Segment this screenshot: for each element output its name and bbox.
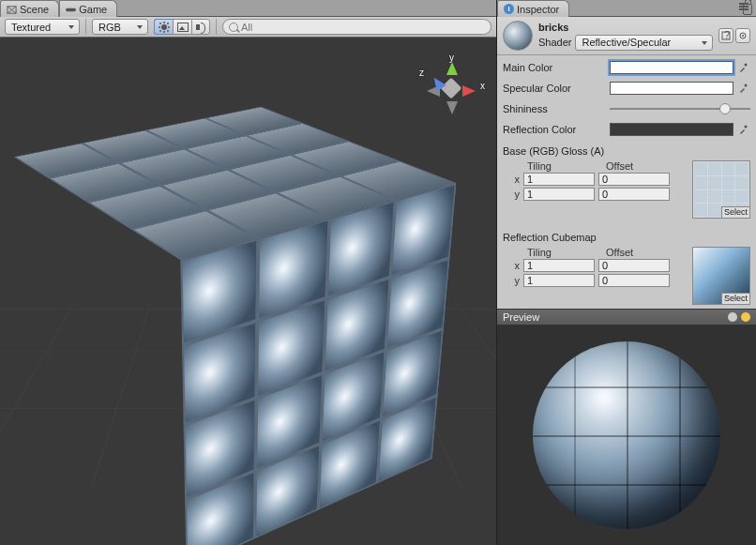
cubemap-texture-slot[interactable]: Select xyxy=(692,247,750,305)
axis-x-label: x xyxy=(510,174,520,185)
lighting-toggle[interactable] xyxy=(154,19,173,35)
material-name: bricks xyxy=(538,22,713,33)
inspector-tab-bar: i Inspector xyxy=(497,0,756,17)
sun-icon xyxy=(159,22,170,33)
svg-point-8 xyxy=(745,84,748,87)
shader-label: Shader xyxy=(538,37,571,48)
cubemap-label: Reflection Cubemap xyxy=(503,232,750,243)
orientation-gizmo[interactable]: y x z xyxy=(423,60,479,116)
base-texture-label: Base (RGB) Gloss (A) xyxy=(503,145,750,157)
shader-dropdown[interactable]: Reflective/Specular xyxy=(575,35,713,51)
color-mode-dropdown[interactable]: RGB xyxy=(92,19,148,35)
main-color-label: Main Color xyxy=(503,62,606,73)
scene-tab-bar: Scene Game xyxy=(0,0,496,17)
eyedropper-icon[interactable] xyxy=(737,123,750,136)
tab-scene[interactable]: Scene xyxy=(0,0,59,17)
search-icon xyxy=(229,23,238,32)
cubemap-offset-y[interactable]: 0 xyxy=(598,274,670,287)
gizmo-y-label: y xyxy=(449,53,454,63)
gizmo-x-label: x xyxy=(480,81,485,91)
reflection-color-label: Reflection Color xyxy=(503,124,606,135)
specular-color-label: Specular Color xyxy=(503,83,606,94)
shader-value: Reflective/Specular xyxy=(582,37,671,48)
preview-label: Preview xyxy=(503,311,539,323)
render-mode-dropdown[interactable]: Textured xyxy=(5,19,80,35)
gizmo-z-label: z xyxy=(419,68,424,78)
tab-scene-label: Scene xyxy=(20,4,49,15)
material-preview-icon xyxy=(503,21,533,51)
cubemap-texture-select[interactable]: Select xyxy=(721,293,750,305)
cube-object[interactable] xyxy=(78,161,378,462)
material-preview[interactable] xyxy=(497,325,756,545)
scene-search[interactable]: All xyxy=(222,19,491,35)
base-tiling-y[interactable]: 1 xyxy=(523,188,595,201)
svg-point-6 xyxy=(742,35,744,37)
inspector-icon: i xyxy=(504,4,514,14)
scene-toggle-group xyxy=(154,19,210,35)
shininess-label: Shininess xyxy=(503,103,606,114)
gizmo-y-axis[interactable] xyxy=(446,62,458,75)
picture-icon xyxy=(177,23,189,32)
specular-color-field[interactable] xyxy=(610,82,733,95)
scene-toolbar: Textured RGB All xyxy=(0,17,496,38)
base-offset-x[interactable]: 0 xyxy=(598,173,670,186)
color-mode-value: RGB xyxy=(98,22,121,33)
preview-header[interactable]: Preview xyxy=(497,309,756,325)
svg-text:?: ? xyxy=(724,31,730,40)
help-button[interactable]: ? xyxy=(718,28,733,43)
material-header: bricks Shader Reflective/Specular ? xyxy=(497,17,756,55)
tab-game[interactable]: Game xyxy=(59,0,117,17)
base-texture-select[interactable]: Select xyxy=(721,206,750,219)
base-tiling-x[interactable]: 1 xyxy=(523,173,595,186)
preview-sphere xyxy=(533,341,720,529)
tiling-header: Tiling xyxy=(527,247,598,258)
search-placeholder: All xyxy=(241,22,252,33)
sound-icon xyxy=(196,23,205,32)
main-color-field[interactable] xyxy=(610,61,733,74)
cubemap-tiling-y[interactable]: 1 xyxy=(523,274,595,287)
base-offset-y[interactable]: 0 xyxy=(598,188,670,201)
scene-viewport[interactable]: y x z xyxy=(0,38,496,545)
axis-x-label: x xyxy=(510,260,520,271)
eyedropper-icon[interactable] xyxy=(737,82,750,95)
axis-y-label: y xyxy=(510,189,520,200)
game-icon xyxy=(66,5,76,15)
divider xyxy=(216,19,217,35)
render-mode-value: Textured xyxy=(11,22,51,33)
reflection-color-field[interactable] xyxy=(610,123,733,136)
eyedropper-icon[interactable] xyxy=(737,61,750,74)
svg-point-7 xyxy=(745,64,748,67)
divider xyxy=(85,19,86,35)
cubemap-tiling-x[interactable]: 1 xyxy=(523,259,595,272)
component-settings-button[interactable] xyxy=(735,28,750,43)
skybox-toggle[interactable] xyxy=(173,19,191,35)
svg-point-9 xyxy=(745,126,748,129)
cubemap-offset-x[interactable]: 0 xyxy=(598,259,670,272)
offset-header: Offset xyxy=(606,160,677,172)
panel-menu-icon[interactable] xyxy=(737,3,752,14)
tab-inspector-label: Inspector xyxy=(517,4,559,15)
axis-y-label: y xyxy=(510,275,520,286)
offset-header: Offset xyxy=(606,247,677,258)
inspector-body: Main Color Specular Color Shininess Refl… xyxy=(497,55,756,309)
gizmo-x-axis[interactable] xyxy=(462,85,476,97)
shininess-slider[interactable] xyxy=(610,102,750,115)
scene-icon xyxy=(7,5,17,15)
tiling-header: Tiling xyxy=(527,160,598,172)
tab-game-label: Game xyxy=(79,4,107,15)
base-texture-slot[interactable]: Select xyxy=(692,160,750,219)
gizmo-neg-y[interactable] xyxy=(446,101,458,114)
preview-mode-dot-1[interactable] xyxy=(728,312,737,322)
audio-toggle[interactable] xyxy=(191,19,210,35)
preview-mode-dot-2[interactable] xyxy=(741,312,750,322)
tab-inspector[interactable]: i Inspector xyxy=(497,0,569,17)
